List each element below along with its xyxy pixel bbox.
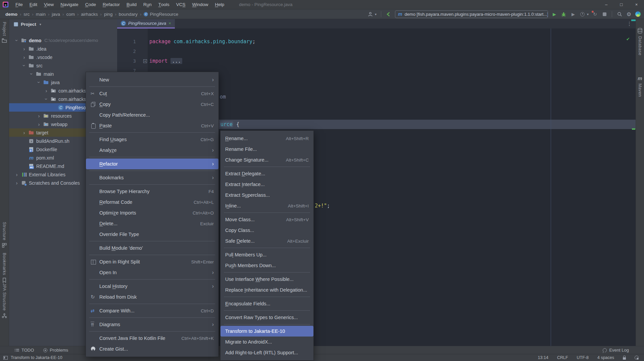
chevron-expanded-icon[interactable]: › [37, 80, 42, 85]
titlebar-menu-help[interactable]: Help [212, 0, 228, 9]
status-segment-13-14[interactable]: 13:14 [538, 355, 548, 360]
tree-row-demo[interactable]: ›demoC:\code\reproducers\demo [9, 36, 117, 45]
menu-item-override-file-type[interactable]: Override File Type [86, 229, 218, 240]
menu-item-convert-java-file-to-kotlin-file[interactable]: Convert Java File to Kotlin FileCtrl+Alt… [86, 333, 218, 344]
tool-button-project[interactable]: Project [0, 22, 9, 43]
titlebar-menu-run[interactable]: Run [140, 0, 155, 9]
chevron-collapsed-icon[interactable]: › [22, 130, 27, 135]
menu-item-refactor[interactable]: Refactor› [86, 159, 218, 169]
settings-gear-icon[interactable]: ⚙ [626, 11, 632, 17]
tab-pingresource[interactable]: C PingResource.java × [117, 19, 175, 28]
menu-item-extract-interface[interactable]: Extract Interface... [220, 179, 313, 190]
titlebar-menu-tools[interactable]: Tools [155, 0, 173, 9]
menu-item-extract-delegate[interactable]: Extract Delegate... [220, 168, 313, 179]
titlebar-menu-window[interactable]: Window [189, 0, 212, 9]
close-button[interactable]: × [629, 0, 644, 9]
menu-item-reload-from-disk[interactable]: Reload from Disk [86, 292, 218, 302]
menu-item-compare-with[interactable]: Compare With...Ctrl+D [86, 305, 218, 316]
user-dropdown-caret-icon[interactable]: ▾ [375, 12, 377, 16]
menu-item-rename[interactable]: Rename...Alt+Shift+R [220, 133, 313, 144]
status-segment-4-spaces[interactable]: 4 spaces [597, 355, 614, 360]
tree-row-src[interactable]: ›src [9, 61, 117, 70]
chevron-collapsed-icon[interactable]: › [22, 46, 27, 51]
breadcrumb-item-airhacks[interactable]: airhacks [81, 12, 98, 17]
menu-item-migrate-to-androidx[interactable]: Migrate to AndroidX... [220, 337, 313, 347]
breadcrumb-item-ping[interactable]: ping [104, 12, 113, 17]
menu-item-replace-inheritance-with-delegation[interactable]: Replace Inheritance with Delegation... [220, 285, 313, 295]
menu-item-convert-raw-types-to-generics[interactable]: Convert Raw Types to Generics... [220, 312, 313, 323]
menu-item-move-class[interactable]: Move Class...Alt+Shift+V [220, 214, 313, 225]
menu-item-build-module-demo[interactable]: Build Module 'demo' [86, 243, 218, 253]
breadcrumb-item-main[interactable]: main [36, 12, 46, 17]
user-icon[interactable] [367, 11, 374, 17]
todo-tool-button[interactable]: TODO [15, 348, 34, 353]
payara-icon[interactable] [635, 11, 641, 17]
stop-button[interactable] [601, 11, 607, 17]
fold-expand-icon[interactable]: + [143, 59, 147, 63]
status-dock-icon[interactable] [3, 356, 8, 360]
titlebar-menu-vcs[interactable]: VCS [173, 0, 189, 9]
project-view-caret-icon[interactable]: ▾ [40, 22, 41, 26]
tool-button-maven[interactable]: m Maven [636, 75, 644, 97]
menu-item-add-right-to-left-rtl-support[interactable]: Add Right-to-Left (RTL) Support... [220, 347, 313, 358]
tab-options-icon[interactable]: ⋮ [627, 21, 632, 27]
chevron-collapsed-icon[interactable]: › [37, 113, 41, 118]
chevron-collapsed-icon[interactable]: › [14, 180, 19, 185]
titlebar-menu-view[interactable]: View [41, 0, 57, 9]
rerun-disabled-icon[interactable]: ↻ [592, 11, 598, 17]
breadcrumb-item-class[interactable]: CPingResource [144, 12, 178, 17]
chevron-collapsed-icon[interactable]: › [22, 55, 27, 60]
menu-item-browse-type-hierarchy[interactable]: Browse Type HierarchyF4 [86, 186, 218, 197]
menu-item-transform-to-jakarta-ee-10[interactable]: Transform to Jakarta-EE-10 [220, 326, 313, 337]
menu-item-paste[interactable]: PasteCtrl+V [86, 120, 218, 131]
titlebar-menu-refactor[interactable]: Refactor [99, 0, 123, 9]
problems-tool-button[interactable]: Problems [43, 348, 68, 353]
menu-item-copy-class[interactable]: Copy Class... [220, 225, 313, 236]
menu-item-find-usages[interactable]: Find UsagesCtrl+G [86, 134, 218, 145]
titlebar-menu-build[interactable]: Build [123, 0, 140, 9]
project-panel-header[interactable]: Project ▾ [9, 19, 117, 29]
titlebar-menu-code[interactable]: Code [82, 0, 99, 9]
run-configuration-select[interactable]: m demo [fish.payara.maven.plugins:payara… [395, 10, 548, 18]
chevron-expanded-icon[interactable]: › [44, 97, 49, 102]
breadcrumb-item-src[interactable]: src [23, 12, 30, 17]
menu-item-push-members-down[interactable]: Push Members Down... [220, 260, 313, 271]
titlebar-menu-edit[interactable]: Edit [26, 0, 41, 9]
search-everywhere-icon[interactable] [616, 11, 623, 17]
menu-item-open-in-right-split[interactable]: Open in Right SplitShift+Enter [86, 256, 218, 267]
tool-button-bookmarks[interactable]: Bookmarks [0, 253, 9, 283]
breadcrumb-item-demo[interactable]: demo [5, 12, 17, 17]
menu-item-delete[interactable]: Delete...Excluir [86, 218, 218, 229]
menu-item-open-in[interactable]: Open In› [86, 267, 218, 278]
menu-item-reformat-code[interactable]: Reformat CodeCtrl+Alt+L [86, 197, 218, 207]
breadcrumb-item-java[interactable]: java [52, 12, 60, 17]
menu-item-create-gist[interactable]: Create Gist... [86, 344, 218, 354]
chevron-expanded-icon[interactable]: › [29, 72, 34, 76]
menu-item-encapsulate-fields[interactable]: Encapsulate Fields... [220, 298, 313, 309]
profiler-button[interactable] [580, 11, 586, 17]
menu-item-rename-file[interactable]: Rename File... [220, 144, 313, 155]
profiler-caret-icon[interactable]: ▾ [587, 12, 589, 16]
menu-item-extract-superclass[interactable]: Extract Superclass... [220, 190, 313, 200]
run-button[interactable]: ▶ [551, 11, 557, 17]
tree-row-idea[interactable]: ›.idea [9, 45, 117, 53]
tree-row-vscode[interactable]: ›.vscode [9, 53, 117, 61]
titlebar-menu-file[interactable]: File [12, 0, 26, 9]
menu-item-pull-members-up[interactable]: Pull Members Up... [220, 249, 313, 260]
menu-item-new[interactable]: New› [86, 74, 218, 85]
menu-item-bookmarks[interactable]: Bookmarks› [86, 172, 218, 183]
menu-item-analyze[interactable]: Analyze› [86, 145, 218, 156]
ide-config-icon[interactable] [635, 356, 639, 360]
status-segment-utf-8[interactable]: UTF-8 [577, 355, 589, 360]
menu-item-inline[interactable]: Inline...Alt+Shift+I [220, 200, 313, 211]
menu-item-optimize-imports[interactable]: Optimize ImportsCtrl+Alt+O [86, 207, 218, 218]
titlebar-menu-navigate[interactable]: Navigate [57, 0, 82, 9]
status-segment-crlf[interactable]: CRLF [557, 355, 568, 360]
tab-close-icon[interactable]: × [168, 21, 171, 26]
debug-button[interactable] [561, 11, 567, 17]
lock-icon[interactable] [623, 357, 626, 360]
run-with-coverage-button[interactable]: ▶ [570, 11, 576, 17]
menu-item-diagrams[interactable]: Diagrams› [86, 319, 218, 330]
breadcrumb-item-com[interactable]: com [66, 12, 75, 17]
menu-item-cut[interactable]: CutCtrl+X [86, 88, 218, 99]
